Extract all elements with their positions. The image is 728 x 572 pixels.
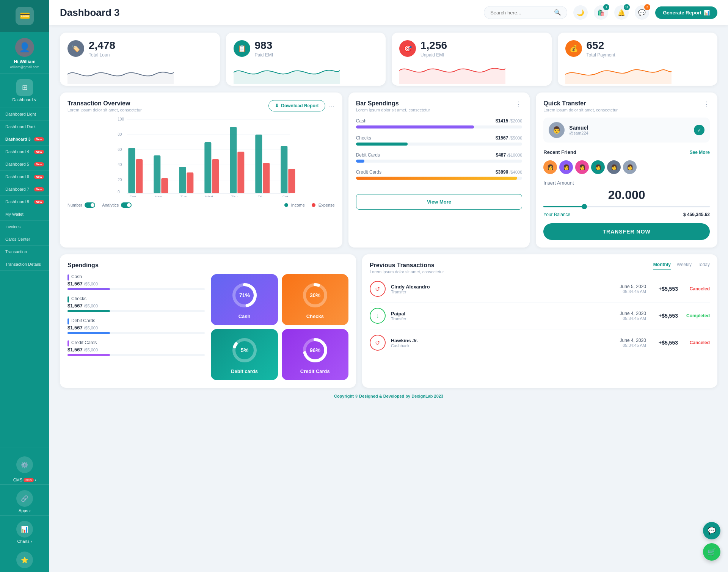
search-input[interactable] [490,10,551,16]
number-toggle[interactable] [85,202,95,208]
apps-icon[interactable]: 🔗 [16,490,33,507]
message-badge: 5 [644,4,650,10]
spending-checks-label-row: Checks [67,296,205,303]
stat-label-payment: Total Payment [587,52,615,58]
tab-weekly[interactable]: Weekly [677,262,692,270]
income-dot [284,203,288,207]
analytics-toggle[interactable] [121,202,132,208]
stat-card-top-paid: 📋 983 Paid EMI [234,39,378,58]
cms-item[interactable]: ⚙️ [16,453,33,478]
svg-text:Tue: Tue [180,195,187,197]
trans-type-paipal: Transfer [391,317,615,321]
cms-icon: ⚙️ [16,456,33,473]
friend-avatar-1[interactable]: 👩 [543,160,557,174]
svg-rect-25 [204,142,211,193]
transaction-overview-card: Transaction Overview Lorem ipsum dolor s… [60,92,342,248]
trans-info-paipal: Paipal Transfer [391,311,615,321]
download-report-button[interactable]: ⬇ Download Report [268,100,325,111]
svg-text:Sun: Sun [129,195,136,197]
chart-icon: 📊 [704,10,710,16]
star-icon[interactable]: ⭐ [16,552,33,568]
donut-label-debit: Debit cards [231,368,258,374]
bar-spendings-more-btn[interactable]: ⋮ [515,100,522,108]
svg-text:Thu: Thu [231,195,238,197]
bar-spendings-card: Bar Spendings Lorem ipsum dolor sit amet… [348,92,530,248]
stat-card-paid-emi: 📋 983 Paid EMI [226,33,386,86]
transaction-title: Transaction Overview [67,100,142,107]
sidebar-item-dashboard6[interactable]: Dashboard 6 New [0,171,49,183]
analytics-label: Analytics [102,203,119,207]
sidebar-item-dashboard3[interactable]: Dashboard 3 New [0,133,49,146]
donut-card-credit: 96% Credit Cards [282,329,348,380]
search-box[interactable]: 🔍 [484,6,567,19]
trans-icon-hawkins: ↺ [370,335,386,351]
spending-credit-fill [67,354,110,356]
sidebar-item-cards-center[interactable]: Cards Center [0,233,49,246]
bar-spendings-header: Bar Spendings Lorem ipsum dolor sit amet… [356,100,522,112]
sidebar-item-dashboard4[interactable]: Dashboard 4 New [0,146,49,158]
badge-new-7: New [34,187,44,191]
shopping-icon-btn[interactable]: 🛍️ 2 [594,5,608,20]
svg-text:96%: 96% [310,347,321,353]
dark-mode-toggle[interactable]: 🌙 [573,5,588,20]
friend-avatar-4[interactable]: 👩 [591,160,605,174]
view-more-button[interactable]: View More [356,194,522,210]
see-more-link[interactable]: See More [690,150,710,155]
svg-rect-21 [154,155,160,193]
friend-avatar-5[interactable]: 👩 [607,160,621,174]
friend-avatar-3[interactable]: 👩 [575,160,589,174]
logo-icon[interactable]: 💳 [16,7,34,25]
quick-transfer-more-btn[interactable]: ⋮ [703,100,710,108]
sidebar-item-dashboard8[interactable]: Dashboard 8 New [0,196,49,208]
income-legend: Income [284,203,305,207]
tab-monthly[interactable]: Monthly [653,262,671,270]
toggle-knob-number [91,203,94,207]
charts-icon[interactable]: 📊 [16,521,33,538]
bar-spendings-title: Bar Spendings [356,100,430,107]
sidebar-item-dashboard5[interactable]: Dashboard 5 New [0,158,49,171]
friend-avatar-2[interactable]: 👩 [559,160,573,174]
svg-text:Wed: Wed [205,195,213,197]
svg-text:Mon: Mon [155,195,162,197]
sidebar-item-transaction-details[interactable]: Transaction Details [0,258,49,271]
bar-track-cash [356,125,522,129]
expense-label: Expense [318,203,335,207]
svg-rect-27 [230,127,237,193]
message-icon-btn[interactable]: 💬 5 [635,5,649,20]
transaction-bar-chart: 100 80 60 40 20 0 Sun Mon Tue [67,114,335,197]
transaction-subtitle: Lorem ipsum dolor sit amet, consectetur [67,108,142,112]
donut-svg-checks: 30% [300,280,330,310]
sidebar-item-dashboard-dark[interactable]: Dashboard Dark [0,121,49,133]
bar-fill-checks [356,143,408,146]
stats-row: 🏷️ 2,478 Total Loan 📋 983 Pa [60,33,717,86]
main-content: Dashboard 3 🔍 🌙 🛍️ 2 🔔 12 💬 5 Generate R… [49,0,728,572]
badge-new-3: New [34,137,44,141]
trans-icon-cindy: ↺ [370,281,386,297]
badge-new-4: New [34,150,44,154]
stat-label-paid: Paid EMI [255,52,273,58]
spending-credit-name: Credit Cards [71,340,97,345]
float-cart-btn[interactable]: 🛒 [703,543,720,561]
spending-debit-indicator [67,318,69,324]
sidebar-item-dashboard7[interactable]: Dashboard 7 New [0,183,49,196]
spending-cash-name: Cash [71,274,82,279]
trans-row-hawkins: ↺ Hawkins Jr. Cashback June 4, 2020 05:3… [370,329,710,356]
sidebar-item-invoices[interactable]: Invoices [0,221,49,233]
amount-slider[interactable] [543,206,710,207]
sidebar-item-my-wallet[interactable]: My Wallet [0,208,49,221]
friend-avatar-6[interactable]: 👩 [623,160,637,174]
float-support-btn[interactable]: 💬 [703,522,720,539]
donut-svg-cash: 71% [229,280,260,310]
dashboard-icon-btn[interactable]: ⊞ [16,79,33,96]
transfer-now-button[interactable]: TRANSFER NOW [543,223,710,240]
stat-card-top-payment: 💰 652 Total Payment [565,39,710,58]
friend-avatars: 👩 👩 👩 👩 👩 👩 [543,160,710,174]
sidebar-item-dashboard-light[interactable]: Dashboard Light [0,108,49,121]
page-title: Dashboard 3 [60,7,120,19]
bell-icon-btn[interactable]: 🔔 12 [614,5,629,20]
generate-report-button[interactable]: Generate Report 📊 [655,6,717,19]
transaction-more-btn[interactable]: ··· [329,102,335,110]
tab-today[interactable]: Today [698,262,710,270]
sidebar-item-transaction[interactable]: Transaction [0,246,49,258]
middle-row: Transaction Overview Lorem ipsum dolor s… [60,92,717,248]
